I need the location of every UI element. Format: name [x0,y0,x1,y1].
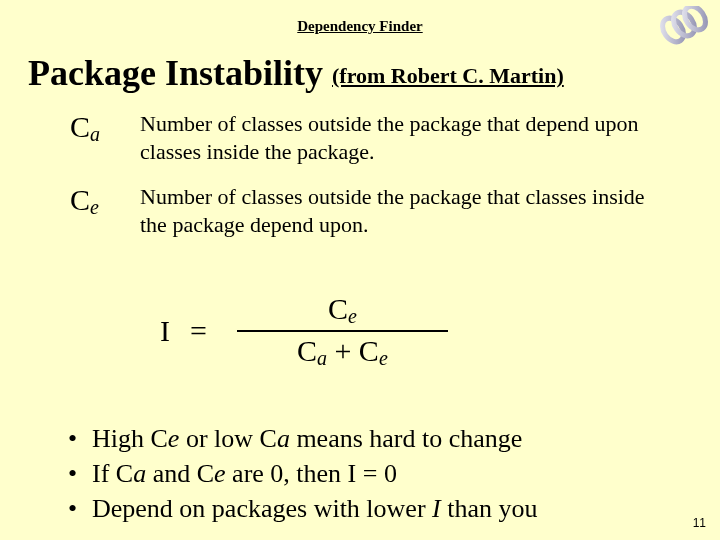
title-attribution: (from Robert C. Martin) [332,63,564,88]
formula-lhs: I [160,314,170,348]
page-title: Package Instability (from Robert C. Mart… [28,52,564,94]
chain-link-icon [656,6,708,46]
page-number: 11 [693,516,706,530]
bullet-item: If Ca and Ce are 0, then I = 0 [68,456,538,491]
bullet-item: High Ce or low Ca means hard to change [68,421,538,456]
slide: Dependency Finder Package Instability (f… [0,0,720,540]
instability-formula: I = Ce Ca + Ce [160,290,580,372]
symbol-ca: Ca [70,110,140,146]
definition-row: Ca Number of classes outside the package… [70,110,650,165]
definition-row: Ce Number of classes outside the package… [70,183,650,238]
bullet-item: Depend on packages with lower I than you [68,491,538,526]
numerator: Ce [237,290,448,330]
header-title: Dependency Finder [0,18,720,35]
denominator: Ca + Ce [237,332,448,372]
symbol-ce: Ce [70,183,140,219]
fraction: Ce Ca + Ce [237,290,448,372]
definition-text: Number of classes outside the package th… [140,110,650,165]
definitions: Ca Number of classes outside the package… [70,110,650,256]
equals-sign: = [190,314,207,348]
definition-text: Number of classes outside the package th… [140,183,650,238]
title-main: Package Instability [28,53,323,93]
bullet-list: High Ce or low Ca means hard to change I… [28,421,538,526]
